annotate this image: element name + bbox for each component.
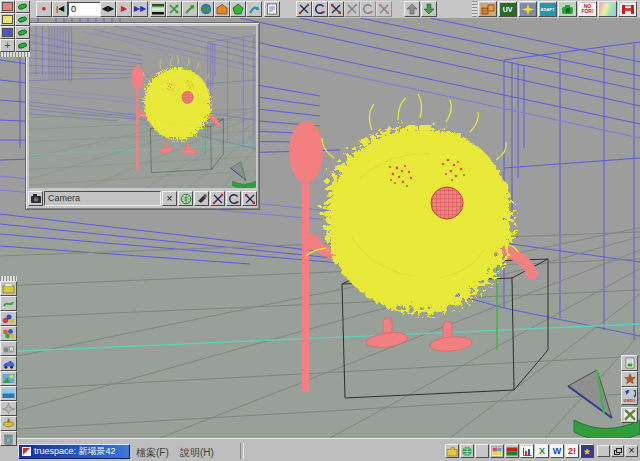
window-controls: _ × [597,445,638,457]
play-button[interactable]: ▶ [116,1,132,17]
star-icon[interactable]: * [580,444,594,458]
notes-icon[interactable]: 2! [565,444,579,458]
globe-green-icon[interactable] [460,444,474,458]
materials-icon[interactable] [0,326,17,341]
frame-step-button[interactable]: ◀▶ [100,1,116,17]
truespace-logo [22,447,31,456]
yellow-swatch[interactable] [0,13,15,26]
go-to-start-button[interactable]: |◀ [52,1,68,17]
no-foreshortening-icon[interactable]: NO FOR! [578,1,597,17]
truespace-app-window: ● |◀ ◀▶ ▶ ▶▶ [0,0,640,461]
trash-icon[interactable] [0,431,17,446]
primitives-icon[interactable] [478,1,497,17]
uv-map-icon[interactable]: UV [498,1,517,17]
leaf-icon[interactable] [15,26,30,39]
camera-icon [28,191,43,206]
menu-help[interactable]: 說明(H) [180,446,214,460]
record-button[interactable]: ● [36,1,52,17]
keyframe-editor-icon[interactable] [150,1,166,17]
eye-rotate-icon[interactable] [226,191,241,206]
starfish-icon[interactable] [621,371,638,387]
object-scale-disabled-icon[interactable] [376,1,392,17]
render-scene-icon[interactable] [0,341,17,356]
camera-view-label: Camera [44,191,161,206]
toolbar-drag-handle[interactable] [472,1,477,17]
green-arrow-icon[interactable] [182,1,198,17]
object-scale-icon[interactable] [328,1,344,17]
car-object-icon[interactable] [0,356,17,371]
blue-swatch[interactable] [0,26,15,39]
leaf-icon[interactable] [15,13,30,26]
spline-icon[interactable] [0,296,17,311]
eye-move-icon[interactable] [210,191,225,206]
aircraft-object-icon[interactable] [0,401,17,416]
camera-preview-window: Camera × [25,22,260,210]
folder-icon[interactable] [445,444,459,458]
sweep-icon[interactable] [246,1,262,17]
globe-icon[interactable] [198,1,214,17]
blank-tray-icon[interactable] [475,444,489,458]
point-edit-icon[interactable] [518,1,537,17]
arrow-up-icon[interactable] [404,1,420,17]
leaf-icon[interactable] [15,39,30,52]
camera-close-button[interactable]: × [162,191,177,206]
polyhedron-icon[interactable] [230,1,246,17]
truespace-taskbar-button[interactable]: truespace: 新場景42 [18,444,130,459]
close-button[interactable]: × [625,445,638,457]
boat-object-icon[interactable] [0,416,17,431]
taskbar: truespace: 新場景42 檔案(F) 說明(H) X W 2! * _ [0,438,640,461]
excel-icon[interactable]: X [535,444,549,458]
arrow-down-icon[interactable] [421,1,437,17]
banner-icon[interactable] [505,444,519,458]
fast-forward-button[interactable]: ▶▶ [132,1,148,17]
object-move-disabled-icon[interactable] [344,1,360,17]
save-file-icon[interactable] [264,1,280,17]
render-view-icon[interactable] [178,191,193,206]
taskbar-divider [240,443,244,459]
palette-gradient-icon[interactable] [598,1,617,17]
crossed-arrows-icon[interactable] [166,1,182,17]
dynamic-division-icon[interactable] [621,407,638,423]
chart-3d-icon[interactable] [520,444,534,458]
restore-button[interactable] [611,445,624,457]
eye-zoom-icon[interactable] [242,191,257,206]
object-rotate-icon[interactable] [312,1,328,17]
palette-drag-handle[interactable] [0,52,30,57]
camera-view[interactable] [29,26,256,188]
object-library-icon[interactable] [214,1,230,17]
leaf-icon[interactable] [15,0,30,13]
look-through-camera-icon[interactable] [194,191,209,206]
light-icon[interactable] [0,281,17,296]
load-object-icon[interactable] [621,355,638,371]
picture-icon[interactable] [490,444,504,458]
material-rack-icon[interactable] [618,1,637,17]
object-rotate-disabled-icon[interactable] [360,1,376,17]
add-swatch-button[interactable]: + [0,39,15,52]
menu-file[interactable]: 檔案(F) [136,446,169,460]
undo-button[interactable]: UNDO [621,387,638,405]
terrain-scene-icon[interactable] [0,371,17,386]
frame-number-input[interactable] [68,2,102,16]
minimize-button[interactable]: _ [597,445,610,457]
red-swatch[interactable] [0,0,15,13]
camera-window-toolbar: Camera × [28,190,257,207]
paint-object-icon[interactable] [558,1,577,17]
top-toolbar: ● |◀ ◀▶ ▶ ▶▶ [0,0,640,18]
word-icon[interactable]: W [550,444,564,458]
object-move-icon[interactable] [296,1,312,17]
seascape-scene-icon[interactable] [0,386,17,401]
adapt-icon[interactable]: ADAPT [538,1,557,17]
primitive-spheres-icon[interactable] [0,311,17,326]
taskbar-tray: X W 2! * [445,444,594,458]
